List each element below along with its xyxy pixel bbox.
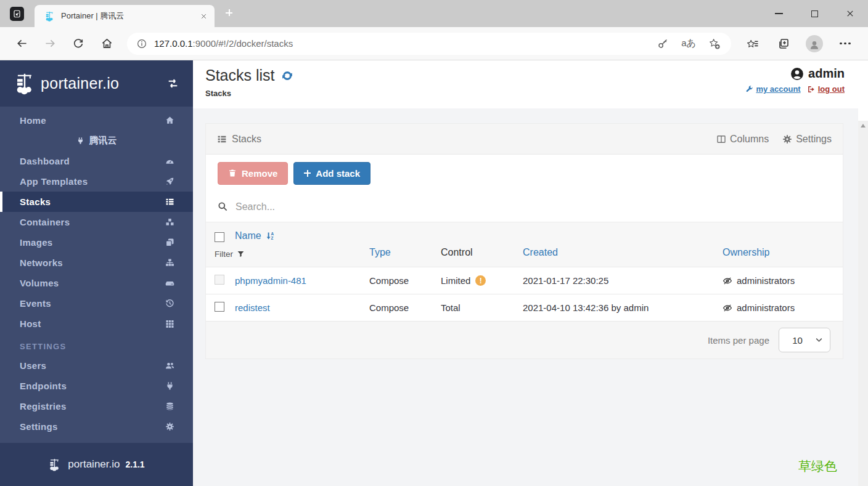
sidebar-item-label: Registries [20,401,67,411]
back-icon[interactable] [7,31,36,56]
sidebar-item-label: Stacks [20,196,51,207]
translate-icon[interactable]: aあ [676,34,702,54]
sidebar-item-label: Volumes [20,278,59,288]
sidebar-endpoint[interactable]: 腾讯云 [0,131,193,151]
sidebar-collapse-icon[interactable] [166,77,179,90]
sidebar-item-label: Home [20,115,46,126]
user-block: admin my account log out [745,67,845,108]
scroll-up-icon[interactable] [861,124,866,128]
row-checkbox[interactable] [215,302,224,312]
column-header-created[interactable]: Created [523,247,558,258]
stack-ownership: administrators [737,275,795,286]
page-scrollbar[interactable] [858,121,868,486]
sidebar-item-networks[interactable]: Networks [0,253,193,273]
endpoint-name: 腾讯云 [89,135,117,147]
sidebar-item-containers[interactable]: Containers [0,212,193,232]
stack-name-link[interactable]: redistest [235,302,369,313]
toolbar-right [737,31,861,56]
refresh-icon[interactable] [281,70,293,82]
column-header-name[interactable]: Name [235,230,275,241]
log-out-link[interactable]: log out [807,84,845,94]
plus-icon [304,170,311,177]
panel-title: Stacks [232,134,261,145]
sidebar-item-registries[interactable]: Registries [0,396,193,416]
sidebar-logo[interactable]: portainer.io [0,60,193,107]
column-header-ownership[interactable]: Ownership [723,247,769,258]
sidebar-item-endpoints[interactable]: Endpoints [0,376,193,396]
site-info-icon[interactable] [137,39,147,49]
columns-button[interactable]: Columns [716,134,769,145]
profile-avatar[interactable] [799,31,830,56]
column-header-type[interactable]: Type [369,247,391,258]
columns-icon [716,134,726,144]
filter-control[interactable]: Filter [215,249,245,259]
page-title: Stacks list [205,67,275,84]
browser-tab[interactable]: Portainer | 腾讯云 [35,5,215,27]
portainer-logo-icon [48,458,61,471]
row-checkbox [215,275,224,285]
sidebar-item-label: Containers [20,217,70,227]
reload-icon[interactable] [64,31,92,56]
forward-icon[interactable] [36,31,64,56]
cubes-icon [165,217,174,227]
sidebar-item-stacks[interactable]: Stacks [0,192,193,212]
sidebar-item-users[interactable]: Users [0,355,193,376]
log-out-label: log out [818,84,845,94]
remove-button[interactable]: Remove [218,162,288,185]
browser-menu-icon[interactable] [830,31,861,56]
table-settings-button[interactable]: Settings [782,134,832,145]
sidebar-item-home[interactable]: Home [0,110,193,131]
filter-funnel-icon [237,250,245,258]
sidebar-item-label: Users [20,360,46,371]
watermark-text: 草绿色 [798,458,837,475]
table-header: Name Filter Type Control Created Ownersh… [206,222,843,267]
my-account-link[interactable]: my account [745,84,800,94]
sidebar-footer: portainer.io 2.1.1 [0,443,193,486]
sidebar-item-label: Endpoints [20,381,67,391]
add-favorite-icon[interactable] [702,34,727,54]
version-label: 2.1.1 [125,460,144,469]
items-per-page-value: 10 [779,335,816,346]
browser-app-icon[interactable] [10,7,24,21]
tachometer-icon [165,156,174,166]
url-text[interactable]: 127.0.0.1:9000/#!/2/docker/stacks [154,38,293,49]
sidebar-item-host[interactable]: Host [0,314,193,334]
minimize-button[interactable] [761,0,796,27]
grid-icon [165,319,174,328]
tab-title: Portainer | 腾讯云 [61,10,200,22]
sidebar-item-dashboard[interactable]: Dashboard [0,151,193,171]
items-per-page-label: Items per page [708,335,769,346]
browser-window: Portainer | 腾讯云 127.0.0.1:9000/#!/2/dock… [0,0,868,486]
collections-icon[interactable] [768,31,799,56]
search-row [206,192,843,222]
stack-control: Limited [441,275,470,286]
list-icon [165,197,174,206]
sidebar-item-label: Settings [20,421,58,432]
home-icon [165,116,174,125]
sidebar-item-label: Images [20,237,53,248]
select-all-checkbox[interactable] [215,232,224,242]
address-bar[interactable]: 127.0.0.1:9000/#!/2/docker/stacks aあ [127,33,731,55]
stack-name-link[interactable]: phpmyadmin-481 [235,275,369,286]
sidebar-item-images[interactable]: Images [0,232,193,253]
main-content: Stacks list Stacks admin my account [193,60,858,486]
sidebar-item-app-templates[interactable]: App Templates [0,171,193,192]
add-stack-button[interactable]: Add stack [293,162,371,185]
search-input[interactable] [235,201,494,213]
sidebar-item-settings[interactable]: Settings [0,416,193,437]
trash-icon [228,169,237,177]
password-key-icon[interactable] [650,34,676,54]
sidebar-item-events[interactable]: Events [0,293,193,314]
wrench-icon [745,85,753,93]
tab-close-icon[interactable] [200,13,207,20]
new-tab-button[interactable] [226,9,234,18]
sidebar-item-volumes[interactable]: Volumes [0,273,193,293]
close-button[interactable] [832,0,868,27]
plug-icon [165,381,174,391]
tab-favicon-portainer [44,11,55,22]
browser-home-icon[interactable] [92,31,121,56]
favorites-bar-icon[interactable] [737,31,768,56]
maximize-button[interactable] [796,0,832,27]
page-header: Stacks list Stacks admin my account [193,60,858,108]
items-per-page-select[interactable]: 10 [779,328,830,352]
